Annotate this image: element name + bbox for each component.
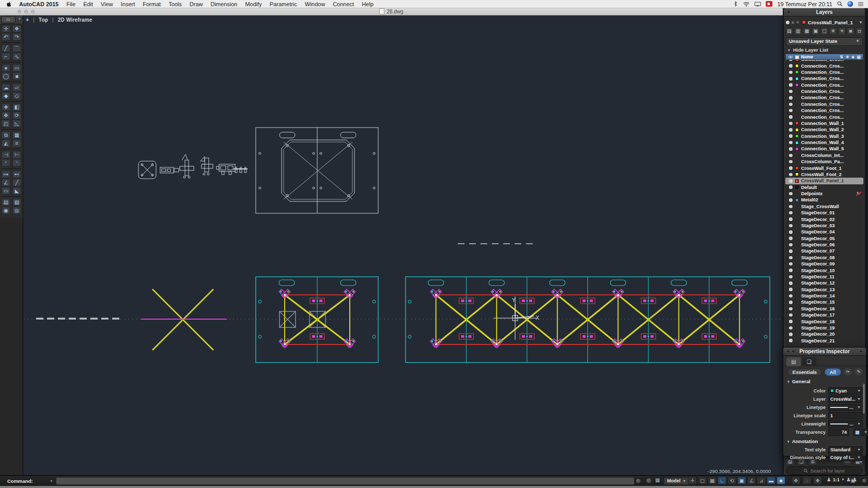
grid-display-toggle[interactable]: ▢ [698, 477, 707, 484]
layer-color-swatch[interactable] [795, 121, 799, 125]
scrollbar[interactable] [863, 384, 865, 414]
layer-on-icon[interactable] [789, 237, 793, 240]
menu-file[interactable]: File [66, 1, 75, 7]
layer-row[interactable]: StageDecor_14 [785, 293, 863, 299]
layer-on-icon[interactable] [789, 326, 793, 330]
gradient-icon[interactable]: ▧ [12, 198, 21, 206]
menu-parametric[interactable]: Parametric [270, 1, 297, 7]
layer-on-icon[interactable] [789, 256, 793, 260]
polyline-icon[interactable]: ⌐ [2, 53, 10, 60]
layers-palette-header[interactable]: Layers [784, 8, 865, 17]
extend-icon[interactable]: ⊢ [12, 151, 21, 159]
viewport-style-menu[interactable]: 2D Wireframe [58, 17, 92, 23]
layer-on-icon[interactable] [789, 160, 793, 164]
donut-icon[interactable]: ◉ [2, 207, 10, 214]
layer-on-icon[interactable] [789, 128, 793, 132]
command-history-button[interactable] [636, 478, 641, 484]
eye-icon[interactable] [788, 55, 793, 59]
app-menu-title[interactable]: AutoCAD 2015 [19, 1, 58, 7]
new-layer-icon[interactable]: ▤ [785, 27, 793, 35]
layer-row[interactable]: StageDecor_06 [785, 242, 863, 248]
orbit-icon[interactable]: ❖ [813, 477, 822, 484]
transparency-field[interactable]: 74 [828, 429, 849, 436]
command-input[interactable] [56, 477, 634, 485]
panel-wireframe-top[interactable] [256, 128, 378, 213]
layer-row[interactable]: Connection_Wall_3 [785, 133, 863, 139]
layer-color-swatch[interactable] [795, 77, 799, 81]
layer-on-icon[interactable] [789, 269, 793, 272]
menu-tools[interactable]: Tools [168, 1, 182, 7]
clean-screen-icon[interactable]: ▣ [850, 478, 855, 483]
layer-row[interactable]: Connection_Wall_5 [785, 146, 863, 152]
layer-row[interactable]: Metal02 [785, 197, 863, 203]
layer-color-swatch[interactable] [795, 83, 799, 87]
menu-modify[interactable]: Modify [245, 1, 261, 7]
layer-on-icon[interactable] [789, 154, 793, 158]
hide-layer-list-toggle[interactable]: ▼Hide Layer List [787, 47, 828, 53]
join-icon[interactable]: ◣ [12, 187, 21, 195]
layer-row[interactable]: Stage_CrossWall [785, 203, 863, 210]
layer-on-icon[interactable] [789, 109, 793, 113]
array-icon[interactable]: ▦ [12, 131, 21, 139]
annotation-scale-icon[interactable]: ♟ [827, 477, 831, 482]
layer-on-icon[interactable] [789, 339, 793, 342]
status-knob[interactable] [646, 478, 652, 484]
layer-dropdown[interactable]: CrossWal... ▼ [828, 396, 863, 403]
layer-color-swatch[interactable] [795, 60, 799, 61]
layer-on-icon[interactable] [789, 179, 793, 183]
transparency-toggle[interactable]: ■ [777, 477, 785, 484]
layer-on-icon[interactable] [789, 122, 793, 125]
region-icon[interactable]: ■ [12, 72, 21, 80]
scale-icon[interactable]: ◰ [2, 120, 10, 128]
layer-on-icon[interactable] [789, 90, 793, 93]
layer-row[interactable]: Connection_Cros... [785, 95, 863, 101]
layer-on-icon[interactable] [786, 21, 789, 24]
freeze-layer-icon[interactable]: ❄ [829, 27, 837, 35]
arc-icon[interactable]: ⌒ [12, 44, 21, 52]
layer-row[interactable]: Connection_Cros... [785, 88, 863, 95]
layer-row[interactable]: Connection_Wall_1 [785, 120, 863, 127]
layer-row[interactable]: StageDecor_01 [785, 210, 863, 216]
sort-icon[interactable]: ⇅ [840, 55, 843, 59]
layer-on-icon[interactable] [789, 217, 793, 221]
tool-palette-mode-button[interactable]: ▭ [1, 16, 16, 23]
layer-row[interactable]: StageDecor_05 [785, 235, 863, 242]
wipeout-icon[interactable]: ▱ [12, 84, 21, 91]
divide-icon[interactable]: ╱ [12, 179, 21, 186]
layer-color-swatch[interactable] [795, 185, 799, 189]
osnap-toggle[interactable]: ▣ [737, 477, 746, 484]
layer-list-header[interactable]: ▣ Name ⇅✳◙▤ [785, 54, 863, 60]
annotation-scale-value[interactable]: 1:1 [833, 477, 840, 482]
isolate-layer-icon[interactable]: ▣ [812, 27, 819, 35]
move-icon[interactable]: ✥ [2, 112, 10, 119]
properties-header[interactable]: Properties Inspector [783, 348, 866, 356]
rectangle-icon[interactable]: ▭ [12, 64, 21, 72]
pan-icon[interactable]: ✥ [792, 477, 800, 484]
apple-menu-icon[interactable] [6, 1, 12, 7]
polar-toggle[interactable]: ⟲ [727, 477, 736, 484]
object-snap-icon[interactable]: ✛ [2, 25, 10, 33]
layer-row[interactable]: StageDecor_20 [785, 331, 863, 337]
layer-on-icon[interactable] [789, 243, 793, 247]
layer-row[interactable]: StageDecor_11 [785, 274, 863, 280]
layer-row[interactable]: CrossWall_Panel_1 [785, 178, 863, 184]
lock-column-icon[interactable]: ◙ [852, 55, 855, 59]
layer-on-icon[interactable] [789, 275, 793, 279]
cross-brace-detail[interactable] [141, 289, 227, 350]
bluetooth-icon[interactable] [733, 1, 738, 7]
angle-toggle[interactable]: ∠ [747, 477, 756, 484]
lineweight-toggle[interactable]: ▬ [767, 477, 776, 484]
menu-clock[interactable]: 19 Temmuz Per 20:11 [777, 1, 832, 7]
menu-view[interactable]: View [101, 1, 113, 7]
essentials-tab[interactable]: Essentials [787, 368, 822, 376]
viewport-view-menu[interactable]: Top [39, 17, 48, 23]
layer-color-swatch[interactable] [795, 166, 799, 170]
layer-settings-icon[interactable]: ▦ [803, 27, 811, 35]
layer-on-icon[interactable] [789, 60, 793, 61]
spline-icon[interactable]: ∿ [12, 53, 21, 60]
menu-help[interactable]: Help [362, 1, 374, 7]
layer-row[interactable]: Defpoints✎ [785, 191, 863, 197]
blend-icon[interactable]: ◝ [12, 159, 21, 167]
menu-edit[interactable]: Edit [83, 1, 93, 7]
text-style-dropdown[interactable]: Standard ▼ [828, 446, 863, 453]
